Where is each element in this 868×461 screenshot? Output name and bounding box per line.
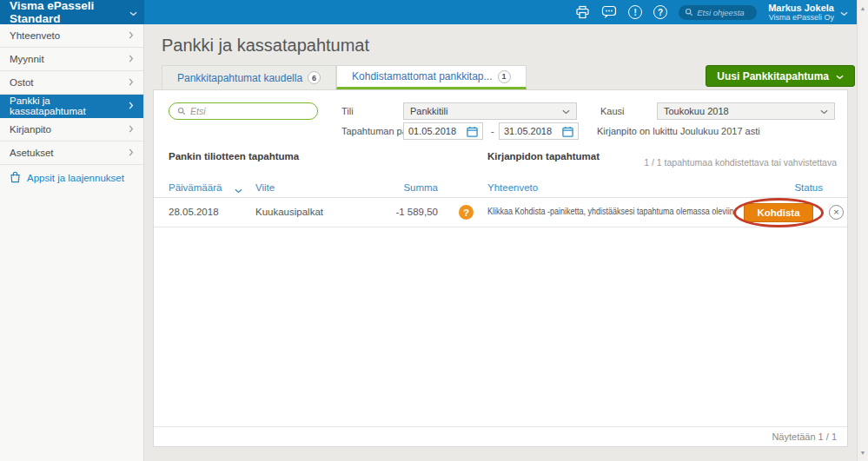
help-circle-icon[interactable]: ? bbox=[459, 205, 474, 220]
scroll-down-icon[interactable]: ▼ bbox=[858, 450, 868, 456]
main-content: Pankki ja kassatapahtumat Pankkitapahtum… bbox=[144, 24, 857, 461]
content-card: Tili Pankkitili Kausi Toukokuu 2018 Tapa… bbox=[153, 89, 848, 447]
sidebar-item-myynnit[interactable]: Myynnit bbox=[0, 48, 143, 71]
bank-section-title: Pankin tiliotteen tapahtuma bbox=[169, 151, 299, 161]
table-search-input[interactable] bbox=[190, 106, 303, 116]
shopping-bag-icon bbox=[10, 171, 21, 185]
page-title: Pankki ja kassatapahtumat bbox=[162, 36, 369, 56]
pagination-text: Näytetään 1 / 1 bbox=[772, 431, 837, 442]
sort-descending-icon[interactable] bbox=[235, 185, 242, 195]
date-to-field[interactable]: 31.05.2018 bbox=[499, 122, 579, 140]
help-icon[interactable]: ? bbox=[653, 5, 667, 19]
ledger-locked-note: Kirjanpito on lukittu Joulukuu 2017 asti bbox=[597, 126, 760, 136]
sidebar-item-kirjanpito[interactable]: Kirjanpito bbox=[0, 118, 143, 142]
period-select[interactable]: Toukokuu 2018 bbox=[657, 102, 835, 120]
pagination-bar: Näytetään 1 / 1 bbox=[154, 426, 847, 446]
account-select-value: Pankkitili bbox=[410, 106, 447, 116]
search-icon bbox=[685, 4, 693, 20]
sidebar-item-ostot[interactable]: Ostot bbox=[0, 71, 143, 95]
new-bank-transaction-button[interactable]: Uusi Pankkitapahtuma bbox=[706, 65, 855, 87]
chevron-right-icon bbox=[129, 30, 134, 41]
chevron-right-icon bbox=[129, 101, 134, 111]
chevron-right-icon bbox=[129, 54, 134, 64]
period-select-value: Toukokuu 2018 bbox=[664, 106, 729, 116]
period-label: Kausi bbox=[600, 106, 625, 116]
new-bank-transaction-label: Uusi Pankkitapahtuma bbox=[717, 70, 829, 82]
date-to-value: 31.05.2018 bbox=[504, 126, 552, 136]
date-range-separator: - bbox=[491, 126, 494, 136]
search-icon bbox=[177, 103, 186, 119]
match-button[interactable]: Kohdista bbox=[744, 203, 813, 222]
table-header-row: Päivämäärä Viite Summa Yhteenveto Status bbox=[154, 178, 847, 198]
scrollbar[interactable]: ▲ ▼ bbox=[857, 0, 868, 461]
sidebar-item-yhteenveto[interactable]: Yhteenveto bbox=[0, 24, 143, 48]
column-header-reference: Viite bbox=[255, 182, 275, 193]
sidebar-item-label: Kirjanpito bbox=[10, 124, 51, 135]
topbar-actions: ! ? Markus Jokela Visma ePasseli Oy bbox=[575, 0, 857, 24]
help-search-input[interactable] bbox=[697, 8, 752, 17]
user-company: Visma ePasseli Oy bbox=[768, 13, 834, 22]
sidebar: Yhteenveto Myynnit Ostot Pankki ja kassa… bbox=[0, 24, 144, 461]
row-summary: Klikkaa Kohdista -painiketta, yhdistääks… bbox=[487, 207, 734, 216]
user-info: Markus Jokela Visma ePasseli Oy bbox=[768, 3, 834, 23]
chevron-down-icon bbox=[562, 106, 570, 116]
column-header-date[interactable]: Päivämäärä bbox=[169, 182, 222, 193]
tab-label: Pankkitapahtumat kaudella bbox=[177, 72, 302, 84]
sidebar-item-pankki-ja-kassatapahtumat[interactable]: Pankki ja kassatapahtumat bbox=[0, 95, 143, 118]
sidebar-item-label: Asetukset bbox=[10, 148, 54, 158]
table-row: 28.05.2018 Kuukausipalkat -1 589,50 ? Kl… bbox=[154, 198, 847, 227]
chevron-right-icon bbox=[129, 77, 134, 88]
tab-pankkitapahtumat-kaudella[interactable]: Pankkitapahtumat kaudella 6 bbox=[162, 65, 336, 89]
tab-kohdistamattomat-pankkitapahtumat[interactable]: Kohdistamattomat pankkitap... 1 bbox=[336, 65, 526, 89]
date-from-value: 01.05.2018 bbox=[408, 126, 456, 136]
chevron-down-icon bbox=[820, 106, 828, 116]
column-header-status: Status bbox=[794, 182, 823, 193]
sidebar-item-label: Pankki ja kassatapahtumat bbox=[10, 95, 129, 116]
tab-bar: Pankkitapahtumat kaudella 6 Kohdistamatt… bbox=[162, 65, 527, 89]
chevron-down-icon bbox=[840, 4, 848, 20]
date-from-field[interactable]: 01.05.2018 bbox=[403, 122, 483, 140]
row-reference: Kuukausipalkat bbox=[255, 207, 323, 217]
table-search[interactable] bbox=[169, 102, 318, 120]
match-summary: 1 / 1 tapahtumaa kohdistettava tai vahvi… bbox=[644, 157, 837, 168]
column-header-amount: Summa bbox=[403, 182, 438, 193]
tab-label: Kohdistamattomat pankkitap... bbox=[352, 70, 492, 82]
app-title: Visma ePasseli Standard bbox=[10, 0, 129, 25]
user-name: Markus Jokela bbox=[768, 3, 834, 14]
row-amount: -1 589,50 bbox=[395, 207, 438, 217]
calendar-icon[interactable] bbox=[467, 126, 478, 137]
sidebar-item-label: Yhteenveto bbox=[10, 30, 60, 41]
account-label: Tili bbox=[341, 106, 354, 116]
row-date: 28.05.2018 bbox=[169, 207, 219, 217]
notifications-icon[interactable]: ! bbox=[628, 5, 642, 19]
tab-count-badge: 6 bbox=[308, 71, 321, 84]
chevron-down-icon bbox=[836, 70, 844, 82]
user-menu[interactable]: Markus Jokela Visma ePasseli Oy bbox=[768, 3, 848, 23]
chevron-down-icon bbox=[129, 6, 137, 19]
topbar: Visma ePasseli Standard ! ? Markus Jokel… bbox=[0, 0, 857, 24]
ledger-section-title: Kirjanpidon tapahtumat bbox=[487, 151, 600, 161]
chevron-right-icon bbox=[129, 148, 134, 158]
sidebar-item-label: Myynnit bbox=[10, 54, 44, 64]
app-switcher[interactable]: Visma ePasseli Standard bbox=[0, 0, 144, 24]
print-icon[interactable] bbox=[575, 5, 590, 19]
calendar-icon[interactable] bbox=[562, 126, 573, 137]
apps-link-label: Appsit ja laajennukset bbox=[27, 173, 124, 183]
column-header-summary: Yhteenveto bbox=[487, 182, 538, 193]
sidebar-item-label: Ostot bbox=[10, 77, 33, 88]
feedback-icon[interactable] bbox=[601, 5, 617, 19]
dismiss-icon[interactable]: × bbox=[829, 205, 844, 220]
scroll-up-icon[interactable]: ▲ bbox=[858, 5, 868, 11]
account-select[interactable]: Pankkitili bbox=[403, 102, 577, 120]
sidebar-item-asetukset[interactable]: Asetukset bbox=[0, 142, 143, 165]
sidebar-item-appsit-ja-laajennukset[interactable]: Appsit ja laajennukset bbox=[0, 165, 143, 191]
column-header-label: Päivämäärä bbox=[169, 182, 222, 193]
chevron-right-icon bbox=[129, 124, 134, 135]
help-search[interactable] bbox=[679, 5, 757, 20]
tab-count-badge: 1 bbox=[498, 70, 511, 83]
